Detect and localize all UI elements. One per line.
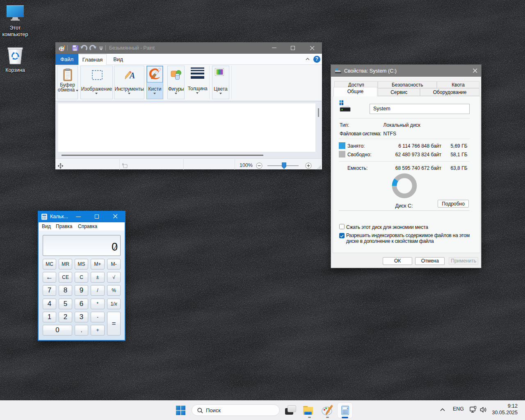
svg-text:A: A (129, 71, 135, 80)
